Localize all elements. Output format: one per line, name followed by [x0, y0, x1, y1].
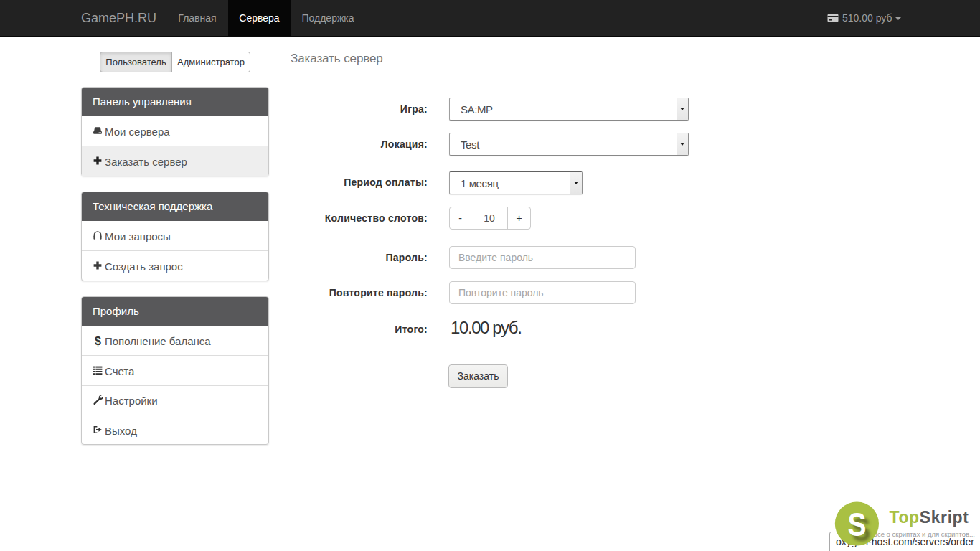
svg-text:TopSkript: TopSkript — [890, 508, 969, 527]
svg-text:S: S — [847, 505, 866, 543]
